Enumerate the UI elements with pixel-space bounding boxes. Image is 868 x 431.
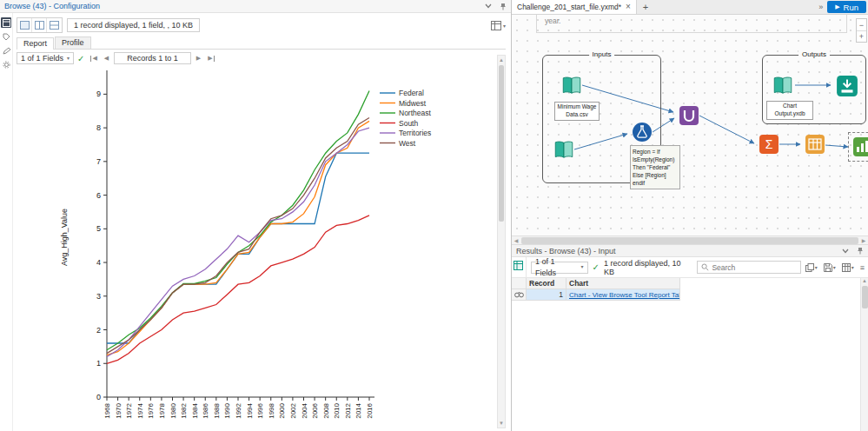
gear-icon[interactable] bbox=[1, 59, 11, 70]
svg-text:2: 2 bbox=[96, 326, 101, 335]
column-header-chart[interactable]: Chart bbox=[567, 278, 680, 289]
tab-overflow-icon[interactable]: » bbox=[814, 0, 827, 14]
input-data-tool-1[interactable] bbox=[560, 75, 583, 97]
book-icon bbox=[553, 139, 575, 162]
output-file-annotation[interactable]: Chart Output.yxdb bbox=[766, 101, 813, 120]
svg-text:7: 7 bbox=[96, 157, 101, 166]
chart-cell[interactable]: Chart - View Browse Tool Report Tab bbox=[567, 289, 680, 301]
output-data-tool[interactable] bbox=[836, 75, 858, 97]
results-vertical-scrollbar[interactable]: ▲ bbox=[860, 278, 868, 431]
data-view-icon[interactable] bbox=[514, 261, 523, 270]
svg-text:2010: 2010 bbox=[333, 402, 341, 418]
formula-annotation[interactable]: Region = If IsEmpty(Region) Then "Federa… bbox=[630, 145, 680, 189]
svg-text:2000: 2000 bbox=[278, 402, 286, 418]
canvas-horizontal-scrollbar[interactable]: ◀ ▶ bbox=[512, 236, 868, 245]
scrollbar-thumb[interactable] bbox=[521, 237, 858, 244]
svg-text:Territories: Territories bbox=[399, 129, 431, 137]
pin-icon[interactable] bbox=[500, 3, 507, 10]
configuration-panel-header: Browse (43) - Configuration bbox=[0, 0, 511, 13]
scroll-up-icon[interactable]: ▲ bbox=[862, 278, 867, 286]
pin-icon[interactable] bbox=[857, 247, 864, 255]
svg-text:2014: 2014 bbox=[354, 402, 362, 418]
close-icon[interactable]: × bbox=[626, 3, 631, 11]
svg-text:1: 1 bbox=[96, 359, 101, 368]
binoculars-icon[interactable] bbox=[514, 291, 524, 298]
new-workflow-tab-button[interactable]: + bbox=[637, 0, 654, 14]
view-split-vertical-icon[interactable] bbox=[32, 18, 47, 32]
menu-icon[interactable]: ≡ bbox=[860, 263, 865, 272]
browse-tabs: Report Profile bbox=[17, 36, 506, 50]
svg-text:3: 3 bbox=[96, 292, 101, 301]
book-icon bbox=[772, 75, 794, 97]
svg-text:1988: 1988 bbox=[213, 402, 221, 418]
svg-text:South: South bbox=[399, 119, 418, 128]
table-tool[interactable] bbox=[805, 134, 825, 155]
table-options-icon[interactable] bbox=[491, 21, 501, 30]
view-report-tab-link[interactable]: Chart - View Browse Tool Report Tab bbox=[569, 291, 680, 299]
scroll-right-icon[interactable]: ▶ bbox=[859, 237, 868, 243]
outputs-container-label: Outputs bbox=[798, 50, 830, 58]
formula-tool[interactable] bbox=[632, 122, 653, 143]
results-record-summary: 1 record displayed, 10 KB bbox=[604, 259, 692, 276]
search-input[interactable] bbox=[712, 263, 790, 272]
caret-down-icon[interactable]: ▾ bbox=[503, 23, 506, 29]
save-icon bbox=[824, 263, 832, 272]
inputs-container-label: Inputs bbox=[589, 50, 615, 58]
workflow-canvas[interactable]: year. − + bbox=[512, 15, 868, 236]
summarize-tool[interactable]: Σ bbox=[759, 134, 779, 155]
interactive-chart-tool[interactable] bbox=[852, 136, 868, 157]
zoom-in-button[interactable]: + bbox=[857, 30, 866, 42]
report-vertical-scrollbar[interactable]: ▲ ▼ bbox=[497, 55, 506, 428]
scrollbar-thumb[interactable] bbox=[499, 65, 504, 222]
svg-text:Avg_High_Value: Avg_High_Value bbox=[60, 209, 69, 266]
configuration-panel-title: Browse (43) - Configuration bbox=[4, 2, 100, 10]
results-fields-dropdown[interactable]: 1 of 1 Fields ▾ bbox=[531, 262, 588, 274]
chevron-down-icon[interactable] bbox=[842, 249, 849, 254]
output-reference-tool[interactable] bbox=[772, 75, 794, 97]
workflow-tab[interactable]: Challenge_201_start_file.yxmd* × bbox=[512, 0, 637, 14]
results-toolbar: 1 of 1 Fields ▾ ✓ 1 record displayed, 10… bbox=[512, 257, 868, 278]
scrollbar-thumb[interactable] bbox=[862, 286, 868, 308]
svg-text:1986: 1986 bbox=[202, 402, 209, 418]
run-button[interactable]: ▶ Run bbox=[827, 1, 866, 13]
table-icon bbox=[842, 263, 851, 272]
table-view-button[interactable]: ▾ bbox=[842, 263, 854, 272]
column-header-record[interactable]: Record bbox=[527, 278, 567, 289]
copy-button[interactable]: ▾ bbox=[805, 263, 818, 272]
chevron-down-icon[interactable] bbox=[485, 3, 492, 9]
svg-text:9: 9 bbox=[96, 90, 101, 98]
scroll-left-icon[interactable]: ◀ bbox=[512, 237, 520, 243]
view-split-horizontal-icon[interactable] bbox=[47, 18, 62, 32]
record-cell[interactable]: 1 bbox=[527, 289, 567, 301]
scroll-down-icon[interactable]: ▼ bbox=[498, 419, 505, 428]
view-single-pane-icon[interactable] bbox=[17, 18, 32, 32]
workflow-tab-bar: Challenge_201_start_file.yxmd* × + » ▶ R… bbox=[512, 0, 868, 15]
input-data-tool-2[interactable] bbox=[553, 139, 575, 162]
save-button[interactable]: ▾ bbox=[824, 263, 836, 272]
results-table: Record Chart 1 Chart - View Browse Tool … bbox=[512, 278, 868, 431]
zoom-out-button[interactable]: − bbox=[857, 19, 866, 30]
outputs-container[interactable]: Outputs Chart Output.yxdb bbox=[762, 55, 866, 124]
pencil-icon[interactable] bbox=[1, 45, 11, 56]
svg-text:1990: 1990 bbox=[223, 402, 231, 418]
svg-text:2012: 2012 bbox=[344, 402, 352, 418]
tag-icon[interactable] bbox=[1, 31, 11, 42]
svg-text:5: 5 bbox=[96, 224, 101, 233]
comment-box[interactable]: year. bbox=[536, 15, 847, 33]
svg-text:1998: 1998 bbox=[268, 402, 275, 418]
comment-text: year. bbox=[545, 17, 560, 25]
svg-text:1980: 1980 bbox=[169, 402, 177, 418]
tab-profile[interactable]: Profile bbox=[55, 36, 91, 49]
monitor-icon[interactable] bbox=[1, 17, 11, 28]
results-search-box[interactable] bbox=[697, 261, 800, 274]
browse-report-area: 1 record displayed, 1 field, , 10 KB ▾ R… bbox=[13, 13, 511, 431]
svg-text:1992: 1992 bbox=[235, 402, 242, 418]
svg-text:1974: 1974 bbox=[136, 402, 144, 418]
input-file-annotation[interactable]: Minimum Wage Data.csv bbox=[554, 102, 600, 121]
export-icon bbox=[836, 75, 858, 97]
table-row[interactable]: 1 Chart - View Browse Tool Report Tab bbox=[512, 289, 868, 301]
tab-report[interactable]: Report bbox=[17, 37, 54, 50]
table-grid-icon bbox=[805, 134, 825, 155]
union-tool[interactable] bbox=[679, 105, 699, 126]
scroll-up-icon[interactable]: ▲ bbox=[498, 56, 505, 64]
